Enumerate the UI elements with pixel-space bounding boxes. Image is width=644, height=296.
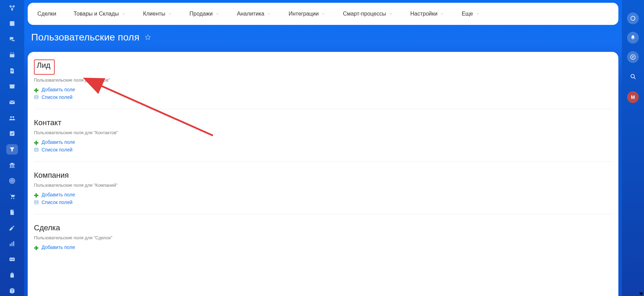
- section-company: Компания Пользовательские поля для "Комп…: [34, 171, 612, 214]
- svg-rect-6: [11, 52, 11, 54]
- network-icon[interactable]: [6, 3, 18, 13]
- svg-rect-5: [10, 53, 14, 54]
- list-fields-link[interactable]: Список полей: [42, 200, 72, 205]
- chevron-down-icon: [321, 12, 325, 16]
- svg-rect-36: [35, 201, 38, 204]
- chevron-down-icon: [168, 12, 172, 16]
- note-icon[interactable]: [6, 207, 18, 217]
- nav-label: Аналитика: [237, 11, 264, 17]
- nav-label: Клиенты: [143, 11, 165, 17]
- section-subtitle: Пользовательские поля для "Сделок": [34, 235, 612, 240]
- right-rail: M: [622, 0, 644, 296]
- svg-rect-24: [10, 258, 15, 261]
- calendar-icon[interactable]: [6, 50, 18, 60]
- svg-rect-10: [10, 85, 14, 89]
- add-field-row[interactable]: ✚ Добавить поле: [34, 244, 612, 250]
- filter-icon[interactable]: [6, 144, 18, 154]
- svg-point-42: [631, 74, 634, 78]
- section-contact: Контакт Пользовательские поля для "Конта…: [34, 118, 612, 162]
- svg-rect-22: [11, 242, 12, 246]
- list-icon: [34, 147, 39, 152]
- doc-icon[interactable]: [6, 66, 18, 76]
- chat-icon[interactable]: [6, 34, 18, 44]
- section-title: Сделка: [34, 223, 612, 232]
- nav-products[interactable]: Товары и Склады: [74, 11, 126, 17]
- draw-icon[interactable]: [6, 223, 18, 233]
- svg-rect-30: [35, 95, 38, 99]
- mail-icon[interactable]: [6, 97, 18, 107]
- left-rail: [0, 0, 24, 296]
- list-fields-link[interactable]: Список полей: [42, 147, 72, 152]
- svg-rect-26: [12, 259, 14, 259]
- cube-icon[interactable]: [6, 286, 18, 296]
- svg-rect-3: [10, 21, 14, 26]
- svg-rect-27: [12, 260, 14, 260]
- nav-more[interactable]: Еще: [462, 11, 480, 17]
- nav-label: Настройки: [410, 11, 437, 17]
- nav-settings[interactable]: Настройки: [410, 11, 444, 17]
- card-icon[interactable]: [6, 255, 18, 265]
- page-title: Пользовательские поля: [31, 32, 140, 43]
- top-nav: Сделки Товары и Склады Клиенты Продажи А…: [28, 3, 618, 25]
- scroll-indicator-icon: [639, 293, 643, 295]
- nav-analytics[interactable]: Аналитика: [237, 11, 271, 17]
- svg-rect-21: [10, 244, 11, 246]
- favorite-star-icon[interactable]: [144, 34, 151, 41]
- user-avatar[interactable]: M: [627, 91, 639, 103]
- svg-rect-11: [10, 84, 15, 85]
- page-title-row: Пользовательские поля: [31, 32, 151, 43]
- chevron-down-icon: [122, 12, 126, 16]
- add-field-link[interactable]: Добавить поле: [42, 139, 75, 145]
- section-title: Контакт: [34, 118, 612, 127]
- target-icon[interactable]: [6, 176, 18, 186]
- section-subtitle: Пользовательские поля для "Лидов": [34, 77, 612, 83]
- svg-point-28: [11, 273, 12, 274]
- list-fields-row[interactable]: Список полей: [34, 94, 612, 100]
- chevron-down-icon: [267, 12, 271, 16]
- box-icon[interactable]: [6, 81, 18, 91]
- content-card: Лид Пользовательские поля для "Лидов" ✚ …: [28, 52, 618, 296]
- nav-smart-processes[interactable]: Смарт-процессы: [343, 11, 393, 17]
- annotation-highlight: Лид: [34, 59, 55, 75]
- list-fields-row[interactable]: Список полей: [34, 147, 612, 152]
- svg-rect-9: [11, 71, 14, 71]
- bars-icon[interactable]: [6, 239, 18, 249]
- svg-point-19: [11, 198, 12, 199]
- feed-icon[interactable]: [6, 18, 18, 28]
- bell-icon[interactable]: [627, 32, 639, 44]
- list-icon: [34, 200, 39, 205]
- help-icon[interactable]: [627, 51, 639, 63]
- add-field-link[interactable]: Добавить поле: [42, 244, 75, 250]
- add-field-link[interactable]: Добавить поле: [42, 87, 75, 92]
- list-icon: [34, 95, 39, 100]
- nav-clients[interactable]: Клиенты: [143, 11, 172, 17]
- nav-sales[interactable]: Продажи: [189, 11, 220, 17]
- list-fields-link[interactable]: Список полей: [42, 94, 72, 100]
- svg-point-13: [10, 116, 12, 118]
- nav-label: Смарт-процессы: [343, 11, 386, 17]
- section-subtitle: Пользовательские поля для "Компаний": [34, 183, 612, 188]
- nav-label: Товары и Склады: [74, 11, 119, 17]
- nav-deals[interactable]: Сделки: [37, 11, 56, 17]
- nav-integrations[interactable]: Интеграции: [288, 11, 325, 17]
- svg-point-41: [630, 55, 635, 59]
- nav-label: Интеграции: [288, 11, 319, 17]
- cart-icon[interactable]: [6, 192, 18, 202]
- chevron-down-icon: [389, 12, 393, 16]
- svg-point-29: [13, 273, 14, 274]
- section-title: Лид: [37, 61, 51, 70]
- people-icon[interactable]: [6, 113, 18, 123]
- list-fields-row[interactable]: Список полей: [34, 200, 612, 205]
- add-field-link[interactable]: Добавить поле: [42, 192, 75, 197]
- section-subtitle: Пользовательские поля для "Контактов": [34, 130, 612, 135]
- bank-icon[interactable]: [6, 160, 18, 170]
- add-field-row[interactable]: ✚ Добавить поле: [34, 139, 612, 145]
- add-field-row[interactable]: ✚ Добавить поле: [34, 192, 612, 197]
- android-icon[interactable]: [6, 270, 18, 280]
- check-icon[interactable]: [6, 129, 18, 139]
- add-field-row[interactable]: ✚ Добавить поле: [34, 87, 612, 92]
- search-icon[interactable]: [627, 71, 639, 82]
- copilot-icon[interactable]: [627, 12, 639, 24]
- nav-label: Продажи: [189, 11, 213, 17]
- chevron-down-icon: [215, 12, 220, 16]
